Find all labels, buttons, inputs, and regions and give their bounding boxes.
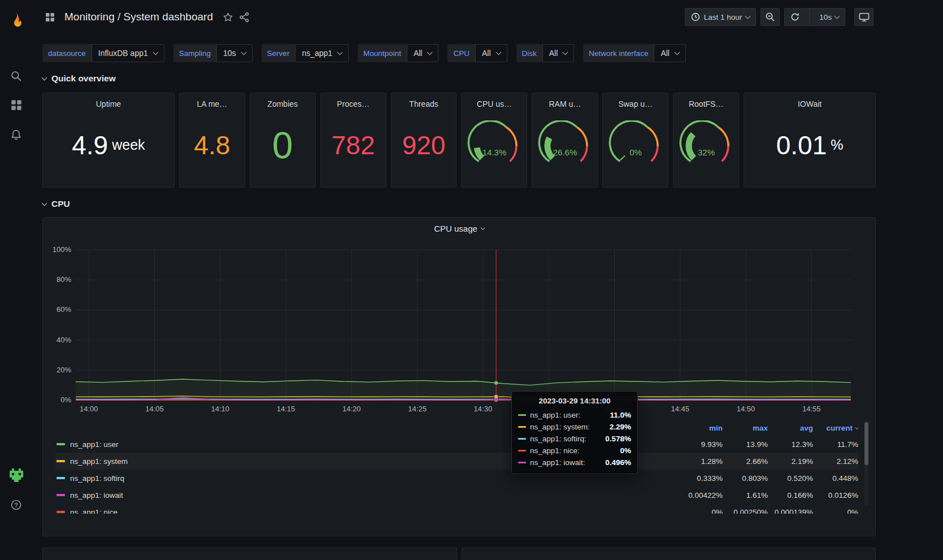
stat-value-area: 0 bbox=[272, 108, 293, 187]
variable-label: Network interface bbox=[583, 44, 654, 62]
legend-row-ns-app1-iowait[interactable]: ns_app1: iowait0.00422%1.61%0.166%0.0126… bbox=[55, 487, 858, 503]
variable-label: Mountpoint bbox=[358, 44, 407, 62]
legend-scrollbar-thumb[interactable] bbox=[864, 422, 868, 465]
legend-row-ns-app1-nice[interactable]: ns_app1: nice0%0.00250%0.000139%0% bbox=[55, 503, 858, 514]
x-tick-label: 14:20 bbox=[333, 405, 370, 413]
stat-value-area: 26.6% bbox=[536, 108, 594, 187]
variable-value-dropdown[interactable]: 10s bbox=[216, 44, 253, 62]
cycle-view-mode-button[interactable] bbox=[854, 8, 874, 26]
cursor-point-ns-app1-user bbox=[494, 381, 498, 384]
series-color-dash[interactable] bbox=[57, 511, 65, 513]
panel-title-menu[interactable]: CPU usage bbox=[43, 218, 875, 239]
stat-panel-la-me[interactable]: LA me…4.8 bbox=[179, 93, 245, 188]
stat-panel-ram-u[interactable]: RAM u…26.6% bbox=[532, 93, 598, 188]
variable-value-dropdown[interactable]: InfluxDB app1 bbox=[92, 44, 164, 62]
legend-row-ns-app1-system[interactable]: ns_app1: system1.28%2.66%2.19%2.12% bbox=[55, 453, 858, 470]
variable-value: All bbox=[482, 49, 491, 58]
tooltip-series-value: 2.29% bbox=[610, 423, 631, 431]
share-icon[interactable] bbox=[239, 12, 250, 23]
zoom-out-button[interactable] bbox=[761, 8, 780, 26]
legend-value-max: 1.61% bbox=[723, 491, 768, 500]
series-color-dash[interactable] bbox=[57, 460, 65, 462]
variable-value-dropdown[interactable]: All bbox=[542, 44, 575, 62]
tooltip-row: ns_app1: system:2.29% bbox=[518, 421, 631, 433]
legend-series-name: ns_app1: softirq bbox=[70, 474, 124, 483]
tooltip-series-name: ns_app1: user: bbox=[530, 411, 580, 419]
legend-sort-current[interactable]: current bbox=[813, 424, 858, 432]
panel-title: RAM u… bbox=[549, 99, 581, 108]
stat-value: 0 bbox=[272, 127, 293, 164]
search-icon[interactable] bbox=[5, 64, 28, 87]
series-color-dash[interactable] bbox=[57, 477, 65, 479]
variable-value-dropdown[interactable]: All bbox=[654, 44, 686, 62]
stat-value: 4.9 bbox=[72, 132, 108, 158]
section-quick-overview[interactable]: Quick overview bbox=[32, 73, 943, 84]
cpu-usage-chart[interactable] bbox=[76, 250, 851, 400]
user-avatar[interactable] bbox=[5, 464, 28, 487]
legend-scrollbar[interactable] bbox=[864, 421, 868, 506]
panel-title: Threads bbox=[409, 99, 438, 108]
series-color-dash[interactable] bbox=[57, 443, 65, 445]
section-cpu[interactable]: CPU bbox=[32, 199, 943, 209]
refresh-interval-select[interactable]: 10s bbox=[814, 8, 845, 25]
chevron-down-icon bbox=[42, 200, 47, 206]
stat-panel-cpu-us[interactable]: CPU us…14.3% bbox=[461, 93, 527, 188]
panel-title: Uptime bbox=[96, 99, 121, 108]
zoom-out-icon bbox=[765, 12, 775, 22]
refresh-button[interactable] bbox=[785, 8, 805, 25]
section-title: CPU bbox=[51, 199, 70, 209]
stat-panel-threads[interactable]: Threads920 bbox=[391, 93, 457, 188]
legend-series: ns_app1: softirq bbox=[55, 474, 677, 483]
legend-value-max: 0.00250% bbox=[723, 508, 768, 514]
clock-icon bbox=[691, 12, 700, 21]
variable-value: InfluxDB app1 bbox=[98, 49, 148, 58]
variable-value-dropdown[interactable]: All bbox=[475, 44, 507, 62]
panel-title: IOWait bbox=[798, 99, 822, 108]
section-title: Quick overview bbox=[51, 73, 116, 84]
time-range-picker[interactable]: Last 1 hour bbox=[685, 8, 757, 26]
legend-row-ns-app1-softirq[interactable]: ns_app1: softirq0.333%0.803%0.520%0.448% bbox=[55, 470, 858, 487]
variable-label: CPU bbox=[447, 44, 475, 62]
stat-panel-swap-u[interactable]: Swap u…0% bbox=[602, 93, 668, 188]
legend-value-min: 0.00422% bbox=[677, 491, 723, 500]
dashboards-icon[interactable] bbox=[5, 94, 28, 116]
panel-title: CPU usage bbox=[434, 224, 477, 233]
variables-bar: datasourceInfluxDB app1Sampling10sServer… bbox=[32, 44, 943, 62]
legend-sort-min[interactable]: min bbox=[677, 424, 723, 432]
chart-tooltip: 2023-03-29 14:31:00 ns_app1: user:11.0%n… bbox=[511, 391, 638, 474]
grafana-logo[interactable] bbox=[5, 9, 28, 32]
variable-value-dropdown[interactable]: All bbox=[407, 44, 439, 62]
sort-desc-icon bbox=[855, 425, 858, 429]
variable-value: All bbox=[549, 49, 558, 58]
chevron-down-icon bbox=[42, 75, 47, 80]
legend-series: ns_app1: nice bbox=[55, 508, 677, 514]
stat-panel-iowait[interactable]: IOWait0.01% bbox=[744, 93, 876, 188]
star-icon[interactable] bbox=[223, 12, 233, 23]
series-color-dash bbox=[518, 438, 526, 440]
dashboard-grid-icon[interactable] bbox=[45, 12, 55, 22]
time-range-label: Last 1 hour bbox=[704, 13, 742, 21]
legend-sort-avg[interactable]: avg bbox=[768, 424, 813, 432]
stat-panel-rootfs[interactable]: RootFS…32% bbox=[673, 93, 739, 188]
variable-value-dropdown[interactable]: ns_app1 bbox=[295, 44, 349, 62]
stat-panel-proces[interactable]: Proces…782 bbox=[320, 93, 386, 188]
legend-sort-max[interactable]: max bbox=[723, 424, 768, 432]
gauge-value: 0% bbox=[629, 147, 642, 157]
stat-panel-uptime[interactable]: Uptime4.9week bbox=[42, 93, 175, 188]
help-icon[interactable]: ? bbox=[5, 493, 28, 516]
series-color-dash bbox=[518, 462, 526, 463]
stat-unit: % bbox=[831, 137, 843, 153]
tooltip-rows: ns_app1: user:11.0%ns_app1: system:2.29%… bbox=[518, 409, 631, 468]
stat-panel-zombies[interactable]: Zombies0 bbox=[250, 93, 316, 188]
tooltip-series-value: 0.578% bbox=[605, 435, 631, 443]
legend-value-current: 11.7% bbox=[813, 440, 858, 449]
panel-stub-left bbox=[42, 548, 457, 560]
legend-row-ns-app1-user[interactable]: ns_app1: user9.93%13.9%12.3%11.7% bbox=[55, 436, 858, 453]
alerting-bell-icon[interactable] bbox=[5, 123, 28, 146]
variable-value: All bbox=[660, 49, 670, 58]
sidebar: ? bbox=[0, 0, 32, 560]
legend-value-avg: 0.000139% bbox=[768, 508, 813, 514]
series-color-dash[interactable] bbox=[57, 494, 65, 496]
stat-value: 782 bbox=[332, 132, 375, 158]
tooltip-series-name: ns_app1: system: bbox=[530, 423, 590, 431]
